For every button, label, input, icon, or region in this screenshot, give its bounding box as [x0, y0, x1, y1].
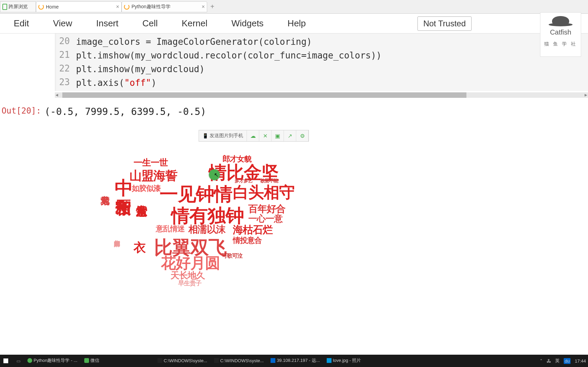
wc-word: 相濡以沫	[188, 223, 225, 236]
scrollbar-thumb[interactable]	[62, 92, 466, 98]
taskbar-app-cmd1[interactable]: C:\WINDOWS\syste...	[154, 355, 211, 367]
taskbar-label: C:\WINDOWS\syste...	[220, 358, 264, 363]
catfish-icon	[552, 16, 569, 26]
wc-word: 意乱情迷	[156, 224, 185, 234]
line-number: 22	[53, 62, 70, 75]
cloud-button[interactable]: ☁	[247, 130, 259, 141]
windows-taskbar: ▭ Python趣味性导学 - ... 微信 C:\WINDOWS\syste.…	[0, 355, 588, 367]
wc-word: 早生贵子	[178, 279, 201, 287]
output-row: Out[20]: (-0.5, 7999.5, 6399.5, -0.5)	[0, 106, 588, 117]
tab-home[interactable]: Home ×	[36, 1, 122, 12]
fullscreen-button[interactable]: ✕	[259, 130, 272, 141]
code-cell[interactable]: 20 21 22 23 image_colors = ImageColorGen…	[55, 34, 588, 98]
save-button[interactable]: ▣	[272, 130, 284, 141]
horizontal-scrollbar[interactable]: ◀ ▶	[55, 92, 588, 98]
output-prompt: Out[20]:	[0, 106, 45, 117]
image-toolbar: 📱 发送图片到手机 ☁ ✕ ▣ ↗ ⚙	[199, 130, 309, 142]
browser-tab-strip: 跨屏浏览 Home × Python趣味性导学 × +	[0, 0, 588, 14]
send-to-phone-button[interactable]: 📱 发送图片到手机	[199, 130, 247, 141]
taskbar-label: C:\WINDOWS\syste...	[164, 358, 207, 363]
wc-word: 一生一世	[134, 157, 168, 169]
settings-button[interactable]: ⚙	[296, 130, 309, 141]
code-line: plt.imshow(my_wordcloud)	[76, 62, 585, 76]
tab-label: Home	[46, 4, 113, 10]
code-line: plt.axis("off")	[76, 76, 585, 90]
taskbar-app-photos[interactable]: love.jpg - 照片	[323, 355, 364, 367]
tray-app-icon[interactable]: du	[564, 358, 571, 364]
close-icon[interactable]: ×	[202, 4, 205, 10]
line-number: 21	[53, 48, 70, 62]
ime-indicator[interactable]: 英	[555, 358, 560, 364]
jupyter-icon	[38, 4, 44, 10]
menu-help[interactable]: Help	[288, 18, 306, 29]
taskbar-app-wechat[interactable]: 微信	[81, 355, 103, 367]
clock[interactable]: 17:44	[575, 358, 586, 364]
wc-word: 衣	[134, 239, 146, 256]
menu-widgets[interactable]: Widgets	[232, 18, 264, 29]
menu-cell[interactable]: Cell	[142, 18, 158, 29]
wordcloud-output: 郎才女貌 一生一世 情比金坚 山盟海誓 多才多艺 欲罢不能 如胶似漆 一见钟情 …	[92, 150, 315, 315]
taskview-button[interactable]: ▭	[13, 355, 24, 367]
wc-word: 情投意合	[233, 235, 262, 246]
code-editor[interactable]: 20 21 22 23 image_colors = ImageColorGen…	[55, 34, 588, 91]
scroll-right-arrow[interactable]: ▶	[585, 93, 587, 97]
tab-sidebar-toggle[interactable]: 跨屏浏览	[0, 1, 36, 12]
scroll-left-arrow[interactable]: ◀	[55, 93, 58, 97]
not-trusted-badge[interactable]: Not Trusted	[417, 16, 472, 31]
code-line: image_colors = ImageColorGenerator(color…	[76, 35, 585, 49]
code-line: plt.imshow(my_wordcloud.recolor(color_fu…	[76, 49, 585, 62]
taskbar-label: 微信	[90, 357, 99, 364]
taskbar-label: 39.108.217.197 - 远...	[277, 357, 320, 364]
close-icon[interactable]: ×	[116, 4, 119, 10]
tray-chevron-icon[interactable]: ˄	[540, 358, 542, 364]
taskbar-label: Python趣味性导学 - ...	[34, 357, 77, 364]
share-button[interactable]: ↗	[284, 130, 296, 141]
logo-name: Catfish	[540, 28, 581, 36]
menu-view[interactable]: View	[53, 18, 72, 29]
menu-insert[interactable]: Insert	[96, 18, 118, 29]
jupyter-icon	[124, 4, 129, 10]
wc-word: 白头相守	[233, 182, 295, 203]
tab-label: 跨屏浏览	[9, 4, 28, 10]
menu-edit[interactable]: Edit	[14, 18, 29, 29]
line-number: 23	[53, 75, 70, 89]
phone-icon: 📱	[202, 133, 208, 139]
new-tab-button[interactable]: +	[207, 3, 217, 11]
kernel-logo: Catfish 猫 鱼 学 社	[540, 12, 581, 57]
start-button[interactable]	[0, 355, 13, 367]
taskbar-label: love.jpg - 照片	[333, 357, 361, 364]
send-label: 发送图片到手机	[210, 133, 243, 139]
notebook-cell-area: 20 21 22 23 image_colors = ImageColorGen…	[0, 34, 588, 117]
cursor-arrow-icon: ↖	[214, 172, 218, 178]
screen-icon	[2, 4, 7, 10]
tab-label: Python趣味性导学	[132, 4, 199, 10]
tab-notebook[interactable]: Python趣味性导学 ×	[122, 1, 207, 12]
line-gutter: 20 21 22 23	[53, 34, 70, 89]
taskbar-app-cmd2[interactable]: C:\WINDOWS\syste...	[211, 355, 267, 367]
output-value: (-0.5, 7999.5, 6399.5, -0.5)	[45, 106, 206, 117]
wc-word: 如胶似漆	[132, 183, 161, 194]
menu-kernel[interactable]: Kernel	[182, 18, 208, 29]
wc-word: 可歌可泣	[222, 252, 242, 260]
line-number: 20	[53, 34, 70, 48]
notebook-menubar: Edit View Insert Cell Kernel Widgets Hel…	[0, 14, 588, 34]
taskbar-app-remote[interactable]: 39.108.217.197 - 远...	[267, 355, 323, 367]
wc-word: 海枯石烂	[233, 223, 273, 237]
logo-subtitle: 猫 鱼 学 社	[540, 41, 581, 47]
tray-network-icon[interactable]: 🖧	[547, 358, 551, 364]
taskbar-app-360[interactable]: Python趣味性导学 - ...	[24, 355, 81, 367]
system-tray: ˄ 🖧 英 du 17:44	[538, 358, 588, 364]
